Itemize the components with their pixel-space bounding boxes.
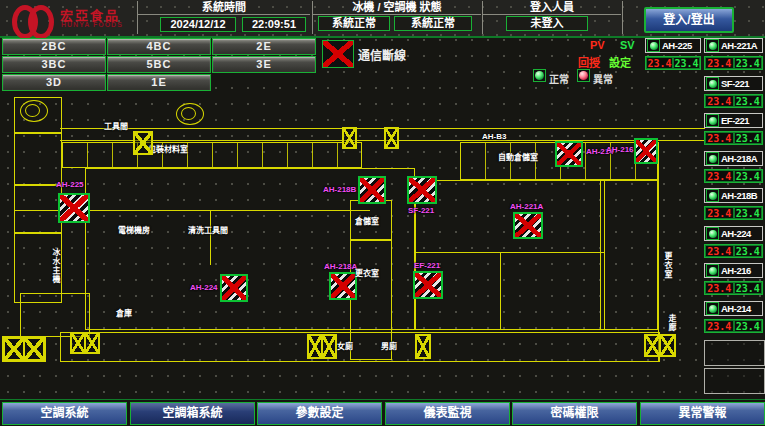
- brand-name-en: HUNYA FOODS: [61, 21, 123, 28]
- equipment-ef-221[interactable]: [413, 271, 443, 299]
- equipment-label-ef-221: EF-221: [414, 261, 440, 270]
- login-user-label: 登入人員: [483, 1, 621, 15]
- hmi-screen: 宏亞食品 HUNYA FOODS 系統時間 2024/12/12 22:09:5…: [0, 0, 765, 426]
- x-cell: [321, 336, 335, 357]
- room-label: 清洗工具間: [188, 224, 228, 235]
- feedback-header: 回授: [578, 54, 600, 70]
- unit-status-led: [706, 39, 719, 52]
- nav-button-4[interactable]: 儀表監視: [385, 402, 510, 425]
- pv-header: PV: [590, 39, 605, 51]
- setpoint-header: 設定: [609, 54, 631, 70]
- floor-button-1e[interactable]: 1E: [107, 74, 211, 91]
- header-divider: [622, 1, 623, 34]
- comm-fail-x-icon: [360, 178, 384, 202]
- legend-abnormal-label: 異常: [593, 71, 613, 86]
- x-cell: [386, 129, 397, 147]
- unit-pv-value: 23.4: [705, 282, 734, 294]
- unit-values-sf-221: 23.423.4: [704, 94, 763, 108]
- comm-fail-x-icon: [636, 140, 656, 162]
- equipment-ah-214[interactable]: [555, 141, 583, 167]
- comm-fail-label: 通信斷線: [358, 46, 406, 63]
- room-label: 包裝材料室: [148, 143, 188, 154]
- equipment-label-ah-224: AH-224: [190, 283, 218, 292]
- machine-status-label: 冰機 / 空調機 狀態: [313, 1, 481, 15]
- floor-button-3e[interactable]: 3E: [212, 56, 316, 73]
- unit-row-ah-214[interactable]: AH-214: [704, 301, 763, 316]
- nav-button-1[interactable]: 空調系統: [2, 402, 127, 425]
- equipment-ah-221a[interactable]: [513, 212, 543, 239]
- x-cell: [23, 339, 43, 359]
- x-cell: [135, 133, 151, 153]
- nav-button-6[interactable]: 異常警報: [640, 402, 765, 425]
- nav-button-2[interactable]: 空調箱系統: [130, 402, 255, 425]
- unit-name: AH-218A: [721, 153, 757, 164]
- ahu-status-display: 系統正常: [394, 16, 472, 31]
- equipment-ah-218a[interactable]: [329, 272, 357, 300]
- unit-row-ah-216[interactable]: AH-216: [704, 263, 763, 278]
- room-label: 倉庫: [116, 307, 132, 318]
- empty-unit-slot: [704, 368, 765, 394]
- unit-status-led: [706, 302, 719, 315]
- header-bar: 宏亞食品 HUNYA FOODS 系統時間 2024/12/12 22:09:5…: [0, 0, 765, 38]
- x-glyph: [386, 129, 397, 147]
- unit-name: AH-225: [662, 40, 692, 51]
- unit-pv-value: 23.4: [705, 57, 734, 69]
- login-user-display: 未登入: [506, 16, 588, 31]
- equipment-ah-224[interactable]: [220, 274, 248, 302]
- unit-row-ah-221a[interactable]: AH-221A: [704, 38, 763, 53]
- unit-row-sf-221[interactable]: SF-221: [704, 76, 763, 91]
- comm-fail-x-icon: [409, 178, 435, 202]
- unit-row-ah-218b[interactable]: AH-218B: [704, 188, 763, 203]
- floor-button-2e[interactable]: 2E: [212, 38, 316, 55]
- comm-fail-x-icon: [557, 143, 581, 165]
- unit-status-led: [706, 114, 719, 127]
- equipment-label-ah-221a: AH-221A: [510, 202, 543, 211]
- room-label: 女廁: [337, 340, 353, 351]
- unit-name: AH-224: [721, 228, 751, 239]
- stairwell-x-icon: [644, 334, 676, 357]
- time-display: 22:09:51: [242, 17, 306, 32]
- unit-row-ah-225[interactable]: AH-225: [645, 38, 701, 53]
- equipment-ah-225[interactable]: [58, 193, 90, 223]
- equipment-label-ah-216: AH-216: [606, 145, 634, 154]
- equipment-label-ah-225: AH-225: [56, 180, 84, 189]
- equipment-label-ah-218a: AH-218A: [324, 262, 357, 271]
- floor-button-2bc[interactable]: 2BC: [2, 38, 106, 55]
- nav-button-3[interactable]: 參數設定: [257, 402, 382, 425]
- unit-sv-value: 23.4: [734, 245, 763, 257]
- comm-fail-x-icon: [60, 195, 88, 221]
- unit-status-led: [706, 227, 719, 240]
- floor-button-3d[interactable]: 3D: [2, 74, 106, 91]
- equipment-ah-218b[interactable]: [358, 176, 386, 204]
- unit-pv-value: 23.4: [705, 95, 734, 107]
- unit-row-ah-218a[interactable]: AH-218A: [704, 151, 763, 166]
- floor-button-4bc[interactable]: 4BC: [107, 38, 211, 55]
- unit-name: EF-221: [721, 115, 749, 126]
- floor-button-5bc[interactable]: 5BC: [107, 56, 211, 73]
- login-logout-button[interactable]: 登入/登出: [644, 7, 734, 33]
- spiral-stairs-icon: [176, 103, 204, 125]
- unit-name: SF-221: [721, 78, 749, 89]
- x-cell: [646, 336, 659, 355]
- unit-name: AH-214: [721, 303, 751, 314]
- unit-row-ef-221[interactable]: EF-221: [704, 113, 763, 128]
- stairwell-x-icon: [133, 131, 153, 155]
- unit-row-ah-224[interactable]: AH-224: [704, 226, 763, 241]
- unit-sv-value: 23.4: [673, 57, 700, 69]
- x-glyph: [135, 133, 151, 153]
- normal-led-icon: [533, 69, 546, 82]
- unit-name: AH-216: [721, 265, 751, 276]
- unit-sv-value: 23.4: [734, 95, 763, 107]
- nav-button-5[interactable]: 密碼權限: [512, 402, 637, 425]
- comm-fail-icon: [322, 40, 354, 68]
- x-glyph: [417, 336, 429, 357]
- room-label: 工具間: [104, 120, 128, 131]
- room-label: 男廁: [381, 340, 397, 351]
- equipment-label-sf-221: SF-221: [408, 206, 434, 215]
- equipment-ah-216[interactable]: [634, 138, 658, 164]
- unit-values-ah-218b: 23.423.4: [704, 206, 763, 220]
- equipment-sf-221[interactable]: [407, 176, 437, 204]
- x-glyph: [5, 339, 23, 359]
- empty-unit-slot: [704, 340, 765, 366]
- floor-button-3bc[interactable]: 3BC: [2, 56, 106, 73]
